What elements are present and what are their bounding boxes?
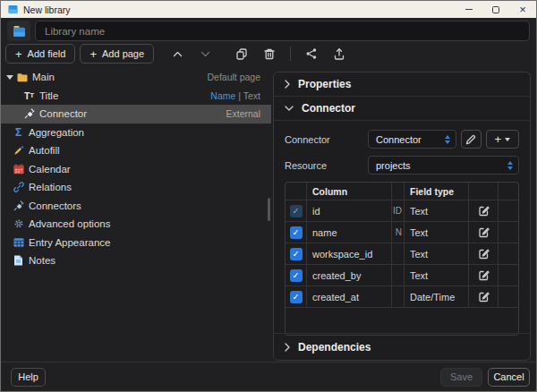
- edit-field-button[interactable]: [478, 269, 490, 281]
- toolbar: + Add field + Add page: [1, 43, 536, 66]
- columns-table: Column Field type ✓ id ID Text: [285, 182, 519, 336]
- edit-connector-button[interactable]: [461, 130, 482, 149]
- detail-panel: Properties Connector Connector Connector: [273, 72, 531, 361]
- calendar-icon: [13, 164, 24, 175]
- duplicate-button[interactable]: [230, 44, 253, 64]
- sidebar-item-title[interactable]: TT Title Name | Text: [1, 87, 271, 106]
- copy-icon: [236, 48, 247, 60]
- delete-button[interactable]: [258, 44, 281, 64]
- column-badge: [392, 286, 405, 307]
- section-connector[interactable]: Connector: [274, 97, 530, 121]
- edit-icon: [478, 226, 490, 238]
- autofill-pen-icon: [13, 145, 24, 156]
- sidebar-item-notes[interactable]: Notes: [1, 251, 271, 270]
- add-field-button[interactable]: + Add field: [5, 44, 75, 64]
- share-button[interactable]: [300, 44, 323, 64]
- connector-select[interactable]: Connector: [368, 130, 456, 149]
- resource-select[interactable]: projects: [368, 156, 519, 175]
- edit-icon: [478, 291, 490, 303]
- window-title: New library: [23, 4, 456, 15]
- sidebar-item-entry-appearance[interactable]: Entry Appearance: [1, 234, 271, 252]
- table-row[interactable]: ✓ created_at Date/Time: [286, 286, 518, 308]
- move-up-button[interactable]: [166, 44, 189, 64]
- add-connector-button[interactable]: +: [486, 130, 519, 149]
- column-badge: N: [392, 222, 405, 243]
- move-down-button[interactable]: [193, 44, 217, 64]
- plus-icon: +: [90, 48, 97, 60]
- table-header-row: Column Field type: [286, 183, 518, 200]
- pencil-icon: [465, 134, 476, 145]
- sidebar-item-connector[interactable]: Connector External: [1, 105, 271, 124]
- help-button[interactable]: Help: [11, 368, 46, 387]
- library-icon-button[interactable]: [7, 21, 30, 41]
- sidebar-item-aggregation[interactable]: Σ Aggregation: [1, 124, 271, 142]
- checkbox-checked[interactable]: ✓: [290, 248, 303, 260]
- folder-icon: [16, 72, 28, 82]
- link-icon: [13, 182, 24, 192]
- edit-field-button[interactable]: [478, 248, 490, 260]
- table-row[interactable]: ✓ name N Text: [286, 222, 518, 243]
- checkbox-checked[interactable]: ✓: [290, 291, 303, 303]
- field-type-header: Field type: [405, 183, 469, 200]
- expand-caret-icon[interactable]: [6, 75, 13, 80]
- app-window: New library × + Add field + Add page: [0, 0, 537, 392]
- plus-icon: +: [494, 133, 501, 145]
- chevron-right-icon: [285, 80, 290, 89]
- column-badge: [392, 265, 405, 285]
- spinner-icon: [445, 135, 450, 144]
- table-row[interactable]: ✓ workspace_id Text: [286, 243, 518, 265]
- add-page-button[interactable]: + Add page: [80, 44, 154, 64]
- sidebar-item-relations[interactable]: Relations: [1, 178, 271, 197]
- column-badge: ID: [392, 200, 405, 221]
- sidebar-scrollbar[interactable]: [268, 198, 270, 221]
- gear-icon: [13, 218, 24, 229]
- page-label: Default page: [207, 72, 260, 82]
- checkbox-checked[interactable]: ✓: [290, 226, 303, 239]
- sidebar-item-main[interactable]: Main Default page: [1, 68, 271, 87]
- table-row[interactable]: ✓ id ID Text: [286, 200, 518, 222]
- footer-bar: Help Save Cancel: [1, 362, 536, 391]
- library-name-input[interactable]: [35, 21, 530, 41]
- connector-section-body: Connector Connector +: [274, 121, 530, 333]
- plug-icon: [23, 108, 35, 119]
- plug-icon: [13, 200, 24, 211]
- section-properties[interactable]: Properties: [274, 72, 530, 97]
- edit-field-button[interactable]: [478, 205, 490, 217]
- edit-icon: [478, 248, 490, 260]
- close-button[interactable]: ×: [509, 1, 536, 18]
- library-folder-icon: [13, 25, 26, 38]
- table-row[interactable]: ✓ created_by Text: [286, 265, 518, 286]
- title-bar: New library ×: [1, 1, 536, 18]
- sigma-icon: Σ: [13, 126, 24, 139]
- spinner-icon: [507, 161, 513, 170]
- export-button[interactable]: [328, 44, 351, 64]
- trash-icon: [264, 48, 275, 60]
- chevron-down-icon: [285, 106, 294, 111]
- chevron-down-icon: [200, 51, 210, 57]
- edit-field-button[interactable]: [478, 291, 490, 303]
- field-name-label: Name: [210, 90, 235, 101]
- minimize-button[interactable]: [456, 1, 482, 18]
- dropdown-caret-icon: [505, 138, 510, 141]
- save-button[interactable]: Save: [440, 368, 482, 387]
- cancel-button[interactable]: Cancel: [488, 368, 530, 387]
- chevron-right-icon: [285, 343, 290, 352]
- checkbox-checked[interactable]: ✓: [290, 269, 303, 282]
- sidebar-item-calendar[interactable]: Calendar: [1, 160, 271, 179]
- maximize-button[interactable]: [482, 1, 509, 18]
- plus-icon: +: [15, 48, 22, 60]
- resource-label: Resource: [285, 160, 368, 171]
- checkbox-checked-disabled[interactable]: ✓: [290, 205, 303, 217]
- app-folder-icon: [8, 4, 18, 14]
- column-badge: [392, 243, 405, 264]
- section-dependencies[interactable]: Dependencies: [274, 333, 530, 360]
- upload-icon: [334, 48, 345, 60]
- edit-field-button[interactable]: [478, 226, 490, 238]
- share-icon: [306, 48, 317, 59]
- sidebar-item-connectors[interactable]: Connectors: [1, 197, 271, 216]
- connector-label: Connector: [285, 134, 368, 145]
- table-icon: [13, 237, 24, 248]
- sidebar-item-advanced-options[interactable]: Advanced options: [1, 215, 271, 234]
- field-tree-sidebar: Main Default page TT Title Name | Text C…: [1, 66, 271, 362]
- sidebar-item-autofill[interactable]: Autofill: [1, 141, 271, 160]
